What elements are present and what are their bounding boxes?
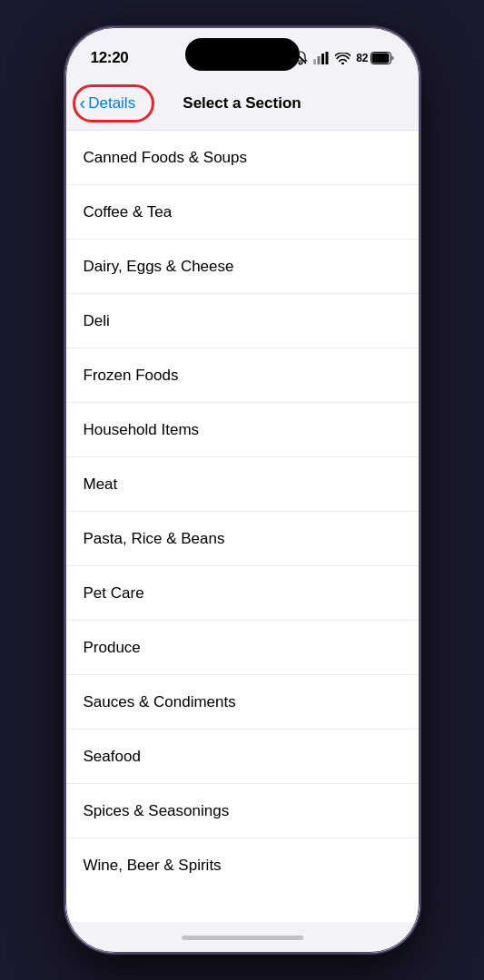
screen-content: ‹ Details Select a Section Canned Foods … (65, 76, 420, 922)
list-item-label: Spices & Seasonings (84, 802, 230, 820)
list-item-label: Sauces & Condiments (84, 693, 236, 711)
nav-title: Select a Section (183, 94, 301, 113)
list-item-label: Household Items (84, 421, 200, 439)
list-item-label: Dairy, Eggs & Cheese (84, 258, 234, 276)
back-chevron-icon: ‹ (80, 93, 86, 113)
list-item-label: Canned Foods & Soups (84, 149, 248, 167)
list-item[interactable]: Canned Foods & Soups (65, 131, 420, 185)
list-item[interactable]: Coffee & Tea (65, 185, 420, 240)
power-button (419, 209, 420, 281)
list-item[interactable]: Pet Care (65, 566, 420, 621)
list-item-label: Pasta, Rice & Beans (84, 530, 225, 548)
back-button[interactable]: ‹ Details (80, 93, 136, 113)
svg-rect-1 (313, 59, 316, 64)
list-item[interactable]: Meat (65, 457, 420, 512)
list-item-label: Coffee & Tea (84, 203, 173, 221)
list-item[interactable]: Pasta, Rice & Beans (65, 512, 420, 566)
list-item[interactable]: Sauces & Condiments (65, 675, 420, 730)
list-item[interactable]: Wine, Beer & Spirits (65, 838, 420, 893)
mute-button (65, 163, 66, 196)
home-bar (182, 936, 303, 940)
list-item[interactable]: Frozen Foods (65, 348, 420, 403)
list-item[interactable]: Household Items (65, 403, 420, 457)
sections-list: Canned Foods & SoupsCoffee & TeaDairy, E… (65, 131, 420, 922)
list-item[interactable]: Dairy, Eggs & Cheese (65, 240, 420, 294)
list-item-label: Pet Care (84, 584, 144, 603)
svg-rect-6 (371, 54, 389, 64)
list-item-label: Frozen Foods (84, 367, 179, 385)
nav-bar: ‹ Details Select a Section (65, 76, 420, 131)
dynamic-island (185, 38, 300, 71)
svg-rect-2 (318, 56, 321, 64)
home-indicator (65, 922, 420, 953)
list-item-label: Produce (84, 639, 141, 657)
wifi-icon (335, 53, 351, 64)
signal-icon (313, 52, 330, 64)
list-item-label: Wine, Beer & Spirits (84, 857, 222, 875)
svg-rect-3 (321, 54, 324, 64)
list-item[interactable]: Deli (65, 294, 420, 348)
svg-rect-4 (326, 52, 329, 64)
list-item[interactable]: Seafood (65, 730, 420, 784)
volume-down-button (65, 283, 66, 347)
status-icons: 82 (293, 51, 393, 65)
list-item-label: Deli (84, 312, 110, 330)
list-item[interactable]: Spices & Seasonings (65, 784, 420, 838)
list-item-label: Seafood (84, 748, 141, 766)
battery-level: 82 (356, 52, 368, 64)
phone-frame: 12:20 82 (65, 27, 420, 953)
volume-up-button (65, 209, 66, 272)
list-item-label: Meat (84, 475, 118, 494)
battery-icon: 82 (356, 52, 393, 64)
status-time: 12:20 (91, 49, 129, 67)
list-item[interactable]: Produce (65, 621, 420, 675)
back-label: Details (88, 94, 135, 113)
